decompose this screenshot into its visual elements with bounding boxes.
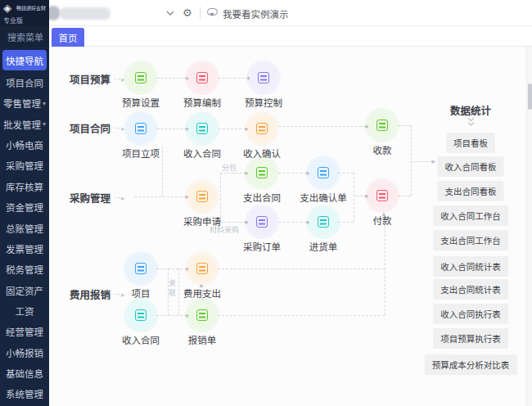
flow-node-project-initiation[interactable]: 项目立项 <box>112 115 169 160</box>
brand-edition: 专业版 <box>3 16 23 25</box>
receive-payment-safe-icon <box>368 111 396 139</box>
sidebar-item-tax[interactable]: 税务管理 <box>0 259 49 280</box>
caret-down-icon: ▾ <box>43 120 46 128</box>
connector <box>411 161 432 162</box>
panel-button-expense-contract-workbench[interactable]: 支出合同工作台 <box>433 230 508 250</box>
flow-node-purchase-order[interactable]: 采购订单 <box>233 208 291 253</box>
flow-row-label-purchase: 采购管理 <box>70 190 126 205</box>
panel-button-income-contract-execution[interactable]: 收入合同执行表 <box>433 304 508 324</box>
sidebar-item-reimburse[interactable]: 小畅报销 <box>0 342 49 363</box>
panel-down-arrow-icon <box>467 116 476 128</box>
panel-button-income-contract-workbench[interactable]: 收入合同工作台 <box>433 205 508 226</box>
income-contract-doc-icon <box>188 115 216 142</box>
flow-node-make-payment[interactable]: 付款 <box>354 182 411 227</box>
sidebar-item-base-info[interactable]: 基础信息 <box>0 363 49 383</box>
reimburse-form-doc-icon <box>188 301 216 329</box>
logo-area: ◈ 畅捷通好业财 专业版 <box>0 0 49 26</box>
flow-node-budget-compile[interactable]: 预算编制 <box>174 64 231 109</box>
sidebar-item-quick-nav[interactable]: 快捷导航 <box>2 50 47 70</box>
project-doc-icon <box>127 255 155 282</box>
main-content: 项目预算 项目合同 采购管理 费用报销 分包 材料采购 <box>49 47 532 406</box>
budget-compile-doc-icon <box>188 64 216 92</box>
make-payment-wallet-icon <box>368 182 396 210</box>
flow-node-budget-control[interactable]: 预算控制 <box>235 64 292 109</box>
demo-bubble-icon[interactable] <box>207 8 218 16</box>
search-menu-label: 搜索菜单 <box>7 30 43 43</box>
scrollbar-thumb[interactable] <box>528 83 532 110</box>
flow-node-expense-spend[interactable]: 费用支出 <box>174 255 231 300</box>
topbar: ⚙ 我要看实例演示 <box>49 0 532 26</box>
sidebar-item-wholesale[interactable]: 批发管理▾ <box>0 114 49 134</box>
connector <box>218 268 385 269</box>
connector <box>385 214 385 315</box>
sidebar-item-funds[interactable]: 资金管理 <box>0 197 49 218</box>
tab-home[interactable]: 首页 <box>52 28 84 47</box>
connector <box>218 315 385 316</box>
expense-contract-doc-icon <box>248 159 276 187</box>
panel-button-project-budget-execution[interactable]: 项目预算执行表 <box>433 328 508 349</box>
caret-down-icon: ▾ <box>43 100 46 107</box>
purchase-order-doc-icon <box>248 208 276 236</box>
brand-name: 畅捷通好业财 <box>16 4 46 11</box>
sidebar-item-payroll[interactable]: 工资 <box>0 300 49 321</box>
vertical-scrollbar[interactable] <box>526 47 532 406</box>
flow-node-income-contract-2[interactable]: 收入合同 <box>112 301 169 346</box>
redacted-company-name <box>60 7 110 20</box>
budget-setup-doc-icon <box>127 64 155 92</box>
panel-button-income-contract-stats[interactable]: 收入合同统计表 <box>433 256 508 277</box>
topbar-divider <box>200 7 201 20</box>
sidebar: ◈ 畅捷通好业财 专业版 搜索菜单 快捷导航 项目合同 零售管理▾ 批发管理▾ … <box>0 0 49 406</box>
connector <box>411 125 412 196</box>
sidebar-item-inventory[interactable]: 库存核算 <box>0 176 49 196</box>
sidebar-item-project-contract[interactable]: 项目合同 <box>0 72 49 92</box>
sidebar-item-purchase[interactable]: 采购管理 <box>0 156 49 176</box>
flow-node-purchase-request[interactable]: 采购申请 <box>174 183 231 228</box>
company-dropdown-chevron-icon[interactable] <box>165 8 175 18</box>
demo-link[interactable]: 我要看实例演示 <box>223 7 289 20</box>
expense-spend-card-icon <box>188 255 216 282</box>
flow-node-expense-confirm[interactable]: 支出确认单 <box>295 159 352 204</box>
expense-confirm-doc-icon <box>309 159 337 187</box>
sidebar-item-ecommerce[interactable]: 小畅电商 <box>0 134 49 155</box>
income-confirm-doc-icon <box>248 115 276 142</box>
panel-button-project-board[interactable]: 项目看板 <box>446 133 495 153</box>
flow-node-goods-receipt[interactable]: 进货单 <box>295 208 352 253</box>
flow-node-income-contract[interactable]: 收入合同 <box>174 115 231 160</box>
flow-node-reimburse-form[interactable]: 报销单 <box>174 301 231 346</box>
sidebar-item-operations[interactable]: 经营管理 <box>0 322 49 342</box>
panel-button-expense-contract-stats[interactable]: 支出合同统计表 <box>433 279 508 300</box>
sidebar-item-system[interactable]: 系统管理 <box>0 384 49 404</box>
purchase-request-doc-icon <box>188 183 216 210</box>
sidebar-item-general-ledger[interactable]: 总账管理 <box>0 218 49 238</box>
tabbar: 首页 <box>49 26 532 47</box>
flow-node-expense-contract[interactable]: 支出合同 <box>233 159 291 204</box>
search-menu-button[interactable]: 搜索菜单 <box>0 26 49 47</box>
sidebar-menu: 快捷导航 项目合同 零售管理▾ 批发管理▾ 小畅电商 采购管理 库存核算 资金管… <box>0 47 49 406</box>
settings-gear-icon[interactable]: ⚙ <box>183 7 192 19</box>
panel-button-income-contract-board[interactable]: 收入合同看板 <box>438 156 504 177</box>
sidebar-item-fixed-assets[interactable]: 固定资产 <box>0 280 49 300</box>
budget-control-doc-icon <box>250 64 277 92</box>
sidebar-item-invoice[interactable]: 发票管理 <box>0 238 49 259</box>
income-contract-doc-icon <box>127 301 155 329</box>
flow-node-budget-setup[interactable]: 预算设置 <box>112 64 169 109</box>
flow-node-income-confirm[interactable]: 收入确认 <box>233 115 291 160</box>
project-initiation-doc-icon <box>127 115 155 142</box>
sidebar-item-retail[interactable]: 零售管理▾ <box>0 93 49 114</box>
goods-receipt-doc-icon <box>309 208 337 236</box>
panel-button-budget-cost-compare[interactable]: 预算成本分析对比表 <box>425 354 517 375</box>
app-window: ◈ 畅捷通好业财 专业版 搜索菜单 快捷导航 项目合同 零售管理▾ 批发管理▾ … <box>0 0 532 406</box>
flow-node-receive-payment[interactable]: 收款 <box>354 111 411 156</box>
connector <box>278 126 366 127</box>
flow-node-project[interactable]: 项目 <box>112 255 169 300</box>
panel-button-expense-contract-board[interactable]: 支出合同看板 <box>438 181 504 201</box>
brand-logo-icon: ◈ <box>3 2 11 15</box>
